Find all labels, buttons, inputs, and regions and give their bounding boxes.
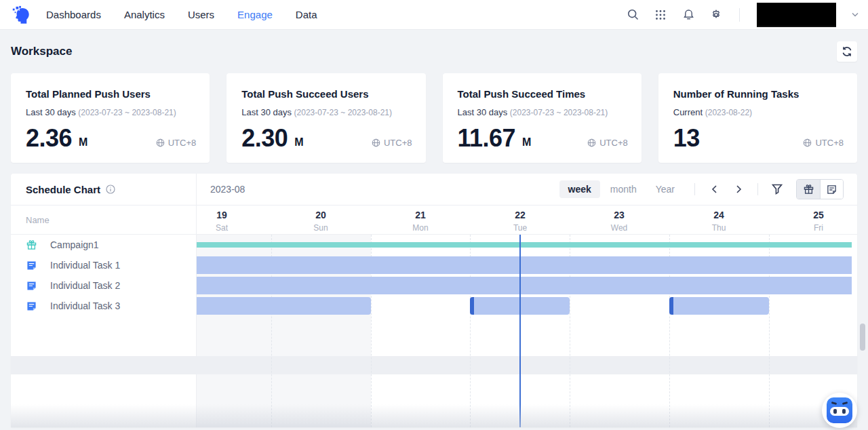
workspace-page: Workspace Total Planned Push UsersLast 3… [0, 30, 868, 427]
stat-card: Total Push Succeed UsersLast 30 days (20… [226, 73, 425, 163]
row-label: Individual Task 3 [50, 300, 120, 311]
nav-menu: DashboardsAnalyticsUsersEngageData [46, 9, 317, 20]
nav-item-dashboards[interactable]: Dashboards [46, 9, 101, 20]
card-title: Number of Running Tasks [673, 88, 844, 100]
card-value: 11.67 [458, 126, 516, 151]
task-note-icon[interactable] [820, 180, 843, 199]
day-header-19: 19Sat [195, 210, 249, 233]
chevron-right-icon[interactable] [730, 181, 747, 197]
card-period: Last 30 days (2023-07-23 ~ 2023-08-21) [241, 106, 412, 118]
nav-item-analytics[interactable]: Analytics [124, 9, 165, 20]
account-redacted[interactable] [757, 3, 836, 27]
current-time-line [519, 235, 521, 427]
nav-item-engage[interactable]: Engage [237, 9, 273, 20]
gantt-area: 2023-08 weekmonthYear [197, 174, 857, 427]
row-stripe [197, 356, 857, 374]
nav-item-data[interactable]: Data [296, 9, 317, 20]
schedule-chart-panel: Schedule Chart Name Campaign1Individual … [11, 174, 857, 427]
schedule-row-individual-task-1[interactable]: Individual Task 1 [11, 255, 196, 275]
day-header-20: 20Sun [294, 210, 348, 233]
chevron-down-icon[interactable] [852, 12, 859, 17]
day-header-23: 23Wed [592, 210, 646, 233]
stat-card: Number of Running TasksCurrent (2023-08-… [658, 73, 857, 163]
robot-face-icon [827, 397, 852, 423]
nav-divider [739, 8, 740, 22]
day-header-25: 25Fri [791, 210, 846, 233]
schedule-chart-title: Schedule Chart [26, 184, 100, 195]
globe-icon [587, 138, 596, 147]
card-period: Current (2023-08-22) [673, 106, 844, 118]
gantt-day-header: 19Sat20Sun21Mon22Tue23Wed24Thu25Fri [197, 206, 857, 235]
row-label: Individual Task 2 [50, 280, 120, 291]
day-header-22: 22Tue [493, 210, 547, 233]
globe-icon [803, 138, 812, 147]
filter-icon[interactable] [769, 181, 785, 197]
bar-drag-handle[interactable] [669, 297, 673, 315]
top-navbar: DashboardsAnalyticsUsersEngageData [0, 0, 868, 30]
nav-right [627, 3, 859, 27]
gantt-bar-campaign1[interactable] [197, 242, 852, 248]
card-value: 2.30 [241, 126, 288, 151]
chat-assistant-button[interactable] [822, 393, 857, 428]
chevron-left-icon[interactable] [706, 181, 722, 197]
stat-card: Total Planned Push UsersLast 30 days (20… [11, 73, 210, 163]
card-timezone: UTC+8 [156, 138, 197, 148]
stat-card: Total Push Succeed TimesLast 30 days (20… [443, 73, 642, 163]
row-label: Individual Task 1 [50, 260, 120, 271]
row-label: Campaign1 [50, 239, 99, 250]
search-icon[interactable] [627, 9, 639, 21]
gantt-toolbar: 2023-08 weekmonthYear [197, 174, 857, 206]
card-value: 2.36 [26, 126, 72, 151]
card-period: Last 30 days (2023-07-23 ~ 2023-08-21) [458, 106, 628, 118]
campaign-gift-icon[interactable] [797, 180, 820, 199]
type-toggle [796, 179, 844, 199]
task-note-icon [26, 260, 37, 271]
bar-drag-handle[interactable] [470, 297, 474, 315]
gantt-controls: weekmonthYear [558, 179, 844, 199]
stat-cards: Total Planned Push UsersLast 30 days (20… [11, 73, 857, 163]
task-row-list: Campaign1Individual Task 1Individual Tas… [11, 235, 196, 316]
app-logo-icon[interactable] [9, 3, 33, 26]
gantt-bar-individual-task-3[interactable] [669, 297, 769, 315]
globe-icon [372, 138, 380, 147]
schedule-row-individual-task-3[interactable]: Individual Task 3 [11, 296, 196, 316]
info-icon[interactable] [106, 184, 115, 194]
page-scrollbar-thumb[interactable] [860, 324, 865, 351]
bell-icon[interactable] [682, 9, 694, 21]
card-timezone: UTC+8 [803, 138, 844, 148]
refresh-button[interactable] [837, 41, 857, 62]
task-note-icon [26, 300, 37, 311]
card-unit: M [294, 136, 303, 149]
month-label: 2023-08 [210, 184, 245, 195]
view-toggle-month[interactable]: month [601, 180, 646, 198]
view-toggle-year[interactable]: Year [647, 180, 684, 198]
gift-icon [26, 239, 37, 250]
card-period: Last 30 days (2023-07-23 ~ 2023-08-21) [26, 106, 196, 118]
schedule-name-column: Schedule Chart Name Campaign1Individual … [11, 174, 197, 427]
gear-icon[interactable] [710, 9, 722, 21]
apps-grid-icon[interactable] [654, 9, 667, 21]
card-title: Total Push Succeed Users [241, 88, 412, 100]
day-header-24: 24Thu [692, 210, 746, 233]
workspace-header: Workspace [11, 30, 857, 73]
gantt-body [197, 235, 857, 427]
schedule-row-individual-task-2[interactable]: Individual Task 2 [11, 275, 196, 296]
task-note-icon [26, 280, 37, 291]
schedule-row-campaign1[interactable]: Campaign1 [11, 235, 196, 255]
nav-item-users[interactable]: Users [188, 9, 214, 20]
view-toggle-week[interactable]: week [559, 180, 600, 198]
card-timezone: UTC+8 [587, 138, 628, 148]
card-title: Total Push Succeed Times [458, 88, 628, 100]
gantt-bar-individual-task-1[interactable] [197, 256, 852, 274]
gantt-bar-individual-task-3[interactable] [197, 297, 371, 315]
card-unit: M [79, 136, 87, 149]
card-timezone: UTC+8 [372, 138, 412, 148]
page-title: Workspace [11, 45, 72, 58]
globe-icon [156, 138, 165, 147]
card-unit: M [522, 136, 531, 149]
day-header-21: 21Mon [393, 210, 448, 233]
toolbar-divider [757, 183, 758, 195]
gantt-bar-individual-task-2[interactable] [197, 277, 852, 294]
card-value: 13 [673, 126, 700, 151]
card-title: Total Planned Push Users [26, 88, 196, 100]
